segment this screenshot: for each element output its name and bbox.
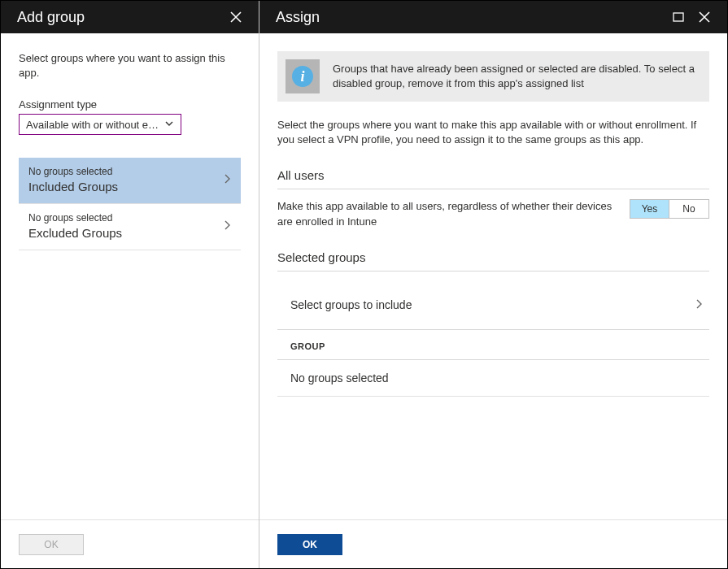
select-groups-row[interactable]: Select groups to include xyxy=(277,281,709,330)
info-banner: i Groups that have already been assigned… xyxy=(277,51,709,102)
list-row-main: Excluded Groups xyxy=(28,226,223,240)
assign-panel: Assign i Groups that have already been a… xyxy=(259,1,727,568)
all-users-toggle[interactable]: Yes No xyxy=(630,199,709,219)
divider xyxy=(277,189,709,189)
divider xyxy=(277,271,709,271)
all-users-heading: All users xyxy=(277,168,709,182)
no-groups-row: No groups selected xyxy=(277,360,709,397)
all-users-description: Make this app available to all users, re… xyxy=(277,199,613,228)
assignment-type-label: Assignment type xyxy=(19,98,241,111)
close-icon[interactable] xyxy=(691,4,717,30)
chevron-right-icon xyxy=(695,298,703,313)
included-groups-row[interactable]: No groups selected Included Groups xyxy=(19,158,241,204)
list-row-sub: No groups selected xyxy=(28,212,223,224)
toggle-yes[interactable]: Yes xyxy=(630,200,669,218)
chevron-right-icon xyxy=(223,173,231,187)
toggle-no[interactable]: No xyxy=(669,200,708,218)
close-icon[interactable] xyxy=(223,4,249,30)
info-banner-text: Groups that have already been assigned o… xyxy=(333,62,698,91)
info-icon: i xyxy=(286,59,320,93)
right-header: Assign xyxy=(259,1,727,33)
right-ok-button[interactable]: OK xyxy=(277,534,342,555)
assignment-type-value: Available with or without enro... xyxy=(26,119,164,131)
selected-groups-heading: Selected groups xyxy=(277,250,709,264)
list-row-sub: No groups selected xyxy=(28,166,223,177)
assignment-type-dropdown[interactable]: Available with or without enro... xyxy=(19,114,181,135)
add-group-panel: Add group Select groups where you want t… xyxy=(1,1,259,568)
left-header: Add group xyxy=(1,1,259,33)
group-column-header: GROUP xyxy=(277,330,709,360)
right-description: Select the groups where you want to make… xyxy=(277,118,709,147)
left-ok-button[interactable]: OK xyxy=(19,534,84,555)
list-row-main: Included Groups xyxy=(28,180,223,193)
svg-rect-0 xyxy=(674,13,683,21)
select-groups-label: Select groups to include xyxy=(290,298,695,311)
chevron-down-icon xyxy=(164,119,174,131)
right-panel-title: Assign xyxy=(276,9,665,26)
left-description: Select groups where you want to assign t… xyxy=(19,51,241,80)
chevron-right-icon xyxy=(223,219,231,233)
excluded-groups-row[interactable]: No groups selected Excluded Groups xyxy=(19,204,241,250)
left-panel-title: Add group xyxy=(17,9,223,26)
maximize-icon[interactable] xyxy=(665,4,691,30)
